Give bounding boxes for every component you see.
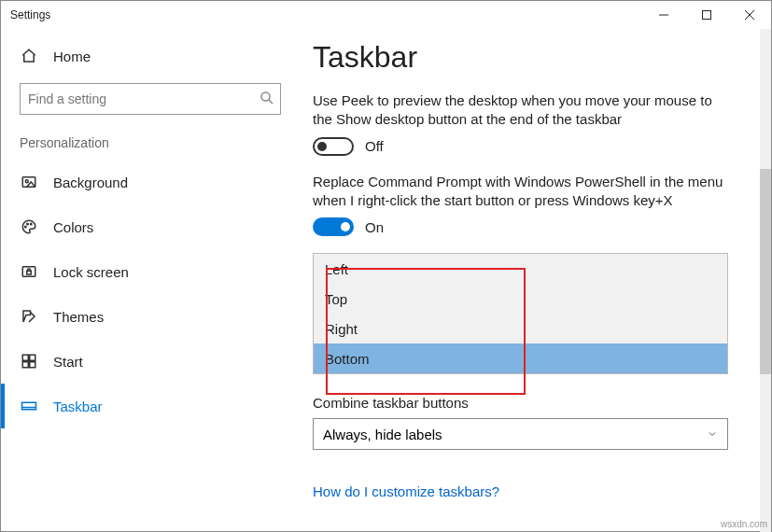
settings-window: Settings Home xyxy=(0,0,772,532)
combine-dropdown[interactable]: Always, hide labels xyxy=(313,418,728,450)
toggle-knob xyxy=(341,222,350,231)
svg-rect-1 xyxy=(703,11,711,20)
svg-rect-14 xyxy=(30,355,35,360)
start-icon xyxy=(20,353,38,370)
taskbar-icon xyxy=(20,398,38,414)
powershell-toggle-row: On xyxy=(313,217,758,236)
dropdown-option-right[interactable]: Right xyxy=(314,314,727,343)
peek-toggle[interactable] xyxy=(313,137,354,156)
sidebar-item-label: Background xyxy=(53,175,128,190)
svg-point-8 xyxy=(25,226,27,228)
sidebar: Home Personalization Background xyxy=(1,29,300,531)
nav-list: Background Colors Lock screen xyxy=(1,160,300,428)
sidebar-item-colors[interactable]: Colors xyxy=(1,204,300,249)
svg-point-9 xyxy=(27,223,29,225)
window-controls xyxy=(642,1,771,29)
svg-rect-15 xyxy=(22,362,28,368)
svg-point-7 xyxy=(25,180,28,183)
svg-point-4 xyxy=(261,92,270,101)
combine-label: Combine taskbar buttons xyxy=(313,395,758,411)
close-button[interactable] xyxy=(728,1,771,29)
dropdown-option-top[interactable]: Top xyxy=(314,284,727,314)
lock-screen-icon xyxy=(20,263,38,280)
dropdown-option-left[interactable]: Left xyxy=(314,254,727,284)
dropdown-option-bottom[interactable]: Bottom xyxy=(314,343,727,373)
picture-icon xyxy=(20,174,38,190)
sidebar-item-lock-screen[interactable]: Lock screen xyxy=(1,249,300,294)
svg-rect-16 xyxy=(30,362,35,368)
content-pane: Taskbar Use Peek to preview the desktop … xyxy=(300,29,771,531)
section-header: Personalization xyxy=(1,135,300,160)
palette-icon xyxy=(20,218,38,235)
home-label: Home xyxy=(53,49,91,64)
window-body: Home Personalization Background xyxy=(1,29,771,531)
home-button[interactable]: Home xyxy=(1,42,300,83)
peek-toggle-row: Off xyxy=(313,137,758,156)
search-field[interactable] xyxy=(20,83,281,115)
powershell-description: Replace Command Prompt with Windows Powe… xyxy=(313,173,723,211)
titlebar: Settings xyxy=(1,1,771,29)
sidebar-item-label: Lock screen xyxy=(53,264,129,280)
toggle-knob xyxy=(317,142,327,151)
svg-rect-17 xyxy=(22,402,36,410)
sidebar-item-label: Colors xyxy=(53,219,93,235)
search-input[interactable] xyxy=(20,83,281,115)
watermark: wsxdn.com xyxy=(721,519,767,529)
svg-line-5 xyxy=(269,100,273,104)
peek-description: Use Peek to preview the desktop when you… xyxy=(313,91,723,130)
sidebar-item-themes[interactable]: Themes xyxy=(1,294,300,339)
svg-rect-13 xyxy=(22,355,28,360)
powershell-toggle[interactable] xyxy=(313,217,354,236)
themes-icon xyxy=(20,308,38,325)
sidebar-item-start[interactable]: Start xyxy=(1,339,300,384)
home-icon xyxy=(20,48,38,64)
page-title: Taskbar xyxy=(313,40,758,75)
taskbar-location-dropdown[interactable]: Left Top Right Bottom xyxy=(313,253,728,374)
help-link[interactable]: How do I customize taskbars? xyxy=(313,483,499,499)
powershell-toggle-state: On xyxy=(365,219,384,235)
minimize-button[interactable] xyxy=(642,1,685,29)
svg-point-10 xyxy=(31,223,33,225)
peek-toggle-state: Off xyxy=(365,138,384,154)
sidebar-item-label: Start xyxy=(53,354,83,370)
svg-rect-12 xyxy=(27,271,32,274)
sidebar-item-label: Taskbar xyxy=(53,399,103,414)
window-title: Settings xyxy=(10,8,50,21)
search-icon xyxy=(259,90,275,110)
combine-value: Always, hide labels xyxy=(323,427,442,442)
sidebar-item-label: Themes xyxy=(53,309,104,325)
scrollbar-thumb[interactable] xyxy=(760,169,771,374)
sidebar-item-background[interactable]: Background xyxy=(1,160,300,204)
sidebar-item-taskbar[interactable]: Taskbar xyxy=(1,384,300,428)
maximize-button[interactable] xyxy=(685,1,728,29)
chevron-down-icon xyxy=(707,427,718,442)
